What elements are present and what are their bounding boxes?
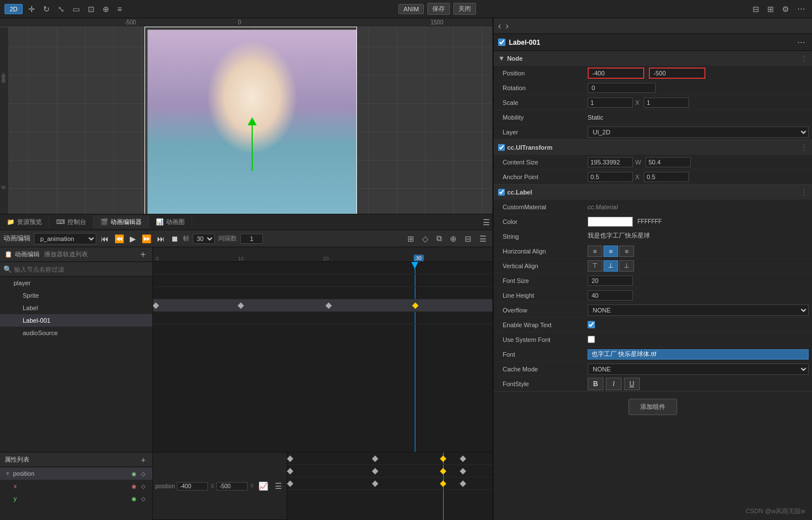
prop-position-row[interactable]: ▼ position ◉ ◇ — [0, 467, 152, 480]
x-kf-btn[interactable]: ◇ — [139, 482, 148, 491]
label-section-checkbox[interactable] — [498, 189, 505, 196]
tab-animation-editor[interactable]: 🎬 动画编辑器 — [93, 215, 149, 229]
props-kf-pos-2[interactable] — [372, 455, 378, 462]
nav-back-btn[interactable]: ‹ — [498, 21, 501, 31]
props-kf-y-3[interactable] — [460, 480, 466, 487]
y-kf-btn[interactable]: ◇ — [139, 494, 148, 503]
node-label-001[interactable]: Label-001 — [0, 314, 152, 327]
rotate-tool-btn[interactable]: ↻ — [41, 3, 52, 15]
tab-console[interactable]: ⌨ 控制台 — [49, 215, 93, 229]
y-color-btn[interactable]: ◉ — [129, 494, 139, 503]
uitransform-checkbox[interactable] — [498, 144, 505, 151]
tab-menu-btn[interactable]: ☰ — [481, 217, 492, 228]
uitransform-header[interactable]: cc.UITransform ⋮ — [494, 140, 812, 155]
position-kf-btn[interactable]: ◇ — [139, 470, 148, 478]
anim-expand-btn[interactable]: ⊟ — [462, 233, 474, 244]
scale-x-input[interactable] — [588, 98, 633, 108]
pos-x-input[interactable] — [177, 482, 208, 491]
anchor-y-input[interactable] — [644, 172, 689, 182]
tab-resource[interactable]: 📁 资源预览 — [0, 215, 49, 229]
close-btn[interactable]: 关闭 — [453, 3, 476, 15]
label-checkbox[interactable] — [498, 39, 505, 46]
gizmo-btn[interactable]: ≡ — [115, 3, 124, 15]
anim-btn[interactable]: ANIM — [398, 4, 424, 14]
props-kf-y-2[interactable] — [372, 480, 378, 487]
pivot-btn[interactable]: ⊕ — [100, 3, 112, 15]
anim-forward-btn[interactable]: ⏩ — [141, 233, 152, 244]
kf-4[interactable] — [412, 302, 418, 308]
kf-1[interactable] — [153, 302, 159, 308]
h-align-left-btn[interactable]: ≡ — [588, 246, 602, 257]
layer-select[interactable]: UI_2D — [588, 126, 809, 138]
scale-y-input[interactable] — [644, 98, 689, 108]
node-sprite[interactable]: Sprite — [0, 289, 152, 302]
mode-2d-btn[interactable]: 2D — [5, 4, 23, 14]
props-kf-pos-3[interactable] — [460, 455, 466, 462]
save-btn[interactable]: 保存 — [427, 3, 450, 15]
props-kf-y-4[interactable] — [440, 480, 446, 487]
move-tool-btn[interactable]: ✛ — [26, 3, 37, 15]
tab-animation-graph[interactable]: 📊 动画图 — [149, 215, 192, 229]
content-w-input[interactable] — [588, 157, 633, 167]
scale-tool-btn[interactable]: ⤡ — [56, 3, 67, 15]
props-kf-pos-4[interactable] — [440, 455, 446, 462]
anim-menu-btn[interactable]: ☰ — [477, 233, 489, 244]
node-player[interactable]: player — [0, 277, 152, 289]
props-kf-pos-1[interactable] — [287, 455, 293, 462]
pos-anim-icon[interactable]: 📈 — [256, 480, 270, 492]
anim-play-btn[interactable]: ▶ — [129, 233, 137, 244]
font-input[interactable] — [588, 349, 809, 360]
props-kf-x-3[interactable] — [460, 468, 466, 474]
add-track-btn[interactable]: + — [138, 248, 148, 261]
props-kf-y-1[interactable] — [287, 480, 293, 487]
overflow-select[interactable]: NONE — [588, 305, 809, 316]
node-audio-source[interactable]: audioSource — [0, 327, 152, 339]
font-size-input[interactable] — [588, 276, 633, 286]
v-align-mid-btn[interactable]: ⊥ — [603, 260, 618, 272]
node-search-input[interactable] — [14, 266, 149, 273]
uitransform-kebab[interactable]: ⋮ — [801, 143, 807, 151]
frame-select[interactable]: 30 — [193, 234, 215, 244]
x-color-btn[interactable]: ◉ — [129, 482, 139, 491]
kf-2[interactable] — [237, 302, 244, 308]
kf-3[interactable] — [325, 302, 331, 308]
anim-stop-btn[interactable]: ⏹ — [169, 233, 180, 244]
rotation-input[interactable] — [588, 83, 656, 93]
label-menu-btn[interactable]: ⋯ — [795, 37, 807, 48]
props-kf-x-2[interactable] — [372, 468, 378, 474]
bold-btn[interactable]: B — [588, 378, 603, 390]
anchor-x-input[interactable] — [588, 172, 633, 182]
props-kf-x-1[interactable] — [287, 468, 293, 474]
label-kebab[interactable]: ⋮ — [801, 188, 807, 196]
h-align-center-btn[interactable]: ≡ — [603, 246, 618, 257]
nav-forward-btn[interactable]: › — [505, 21, 508, 31]
sys-font-checkbox[interactable] — [588, 336, 595, 343]
underline-btn[interactable]: U — [624, 378, 640, 390]
transform-tool-btn[interactable]: ⊡ — [86, 3, 97, 15]
pos-x-field[interactable] — [588, 67, 644, 79]
anim-prev-frame-btn[interactable]: ⏮ — [100, 233, 110, 244]
settings-btn[interactable]: ⚙ — [780, 3, 792, 15]
anim-copy-btn[interactable]: ⧉ — [434, 232, 444, 244]
anim-clip-select[interactable]: p_animation — [34, 233, 96, 244]
interval-input[interactable] — [240, 234, 263, 244]
wrap-checkbox[interactable] — [588, 321, 595, 328]
viewport[interactable]: -500 0 1500 -500 0 — [0, 18, 492, 214]
v-align-bot-btn[interactable]: ⊥ — [619, 260, 634, 272]
add-component-btn[interactable]: 添加组件 — [628, 399, 677, 415]
position-anim-btn[interactable]: ◉ — [129, 470, 139, 478]
anim-back-btn[interactable]: ⏪ — [113, 233, 125, 244]
italic-btn[interactable]: I — [606, 378, 622, 390]
color-swatch[interactable] — [588, 217, 633, 227]
cache-mode-select[interactable]: NONE — [588, 363, 809, 375]
content-h-input[interactable] — [645, 157, 691, 167]
props-kf-x-4[interactable] — [440, 468, 446, 474]
label-section-header[interactable]: cc.Label ⋮ — [494, 185, 812, 200]
props-add-btn[interactable]: + — [139, 454, 148, 466]
more-btn[interactable]: ⋯ — [795, 3, 807, 15]
layout-btn1[interactable]: ⊟ — [750, 3, 762, 15]
anim-paste-btn[interactable]: ⊕ — [448, 233, 459, 244]
layout-btn2[interactable]: ⊞ — [765, 3, 776, 15]
line-height-input[interactable] — [588, 290, 633, 301]
rect-tool-btn[interactable]: ▭ — [70, 3, 82, 15]
